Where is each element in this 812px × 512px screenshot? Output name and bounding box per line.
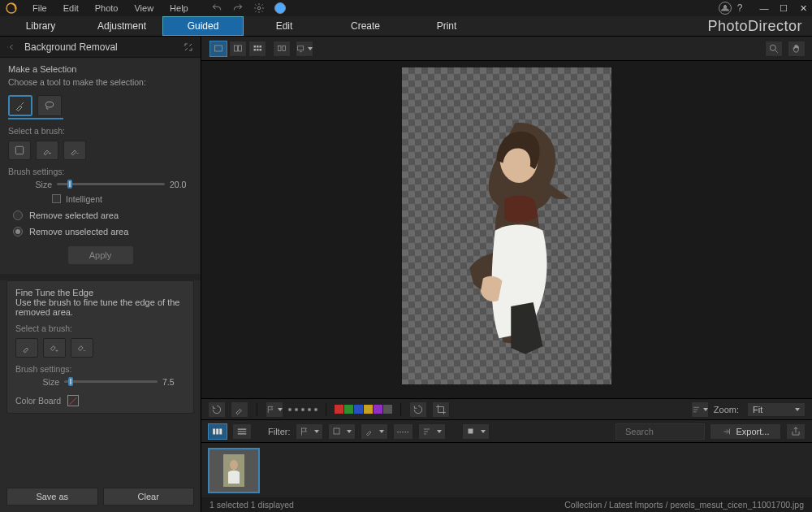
sort-icon[interactable] [691,401,709,418]
lasso-tool[interactable] [37,95,62,116]
thumbnail-item[interactable] [208,448,260,493]
menu-help[interactable]: Help [162,1,197,15]
canvas[interactable] [201,61,812,398]
menu-photo[interactable]: Photo [87,1,127,15]
filter-edit-icon[interactable] [361,423,388,440]
adjustment-toolbar: Zoom: Fit [201,398,812,419]
remove-selected-radio[interactable]: Remove selected area [8,210,192,220]
tab-edit[interactable]: Edit [244,16,325,36]
svg-rect-10 [239,46,242,51]
share-icon[interactable] [786,423,806,440]
status-count: 1 selected 1 displayed [209,500,294,510]
pan-hand-icon[interactable] [788,41,806,57]
menu-bar: File Edit Photo View Help ? — ☐ ✕ [0,0,812,16]
panel-expand-icon[interactable] [181,41,196,53]
svg-rect-18 [283,46,286,50]
save-as-button[interactable]: Save as [6,488,98,505]
apply-button[interactable]: Apply [68,246,133,264]
brand-label: PhotoDirector [487,16,812,36]
size-slider[interactable]: Size 20.0 [8,180,192,189]
close-icon[interactable]: ✕ [797,3,809,14]
panel-back-icon[interactable] [5,42,21,52]
navigator-zoom-icon[interactable] [765,41,783,57]
single-view-icon[interactable] [209,41,227,57]
user-icon[interactable] [718,1,732,15]
select-brush-label: Select a brush: [8,126,192,136]
subtract-brush[interactable]: − [63,141,86,160]
intelligent-label: Intelligent [66,194,102,204]
svg-point-2 [45,102,53,107]
thumb-view-icon[interactable] [208,423,227,440]
status-path: Collection / Latest Imports / pexels_mes… [564,500,804,510]
fine-brush-sub[interactable]: − [71,338,93,358]
fine-size-label: Size [15,377,59,387]
intelligent-checkbox[interactable]: Intelligent [8,194,192,204]
crop-icon[interactable] [432,401,450,418]
fine-brush-add[interactable]: + [43,338,66,358]
tab-guided[interactable]: Guided [162,16,244,36]
color-board-row[interactable]: Color Board [15,395,185,406]
filter-sort-icon[interactable] [418,423,446,440]
panel-title: Background Removal [21,41,181,53]
zoom-select[interactable]: Fit [747,402,806,417]
smart-brush-tool[interactable] [8,95,32,116]
fine-select-brush-label: Select a brush: [15,323,185,333]
remove-unselected-radio[interactable]: Remove unselected area [8,227,192,236]
module-tabs: Library Adjustment Guided Edit Create Pr… [0,16,812,37]
zoom-value: Fit [753,405,762,414]
color-board-swatch[interactable] [67,395,79,406]
svg-text:+: + [55,347,58,352]
fine-brush-erase[interactable] [15,338,38,358]
filter-rating-icon[interactable]: ····· [393,423,413,440]
svg-point-1 [257,7,261,10]
search-box[interactable]: ✕ [615,423,705,440]
minimize-icon[interactable]: — [758,3,770,14]
split-view-icon[interactable] [229,41,247,57]
redo-icon[interactable] [231,1,245,15]
filter-flag-icon[interactable] [296,423,323,440]
flag-icon[interactable] [266,401,283,418]
clear-button[interactable]: Clear [103,488,195,505]
menu-view[interactable]: View [126,1,162,15]
color-labels[interactable] [335,405,392,414]
menu-items: File Edit Photo View Help [24,1,197,15]
help-icon[interactable]: ? [732,1,747,15]
rotate-handle-icon[interactable] [208,401,226,418]
svg-rect-16 [260,49,262,51]
make-selection-header: Make a Selection [8,64,192,74]
menu-file[interactable]: File [24,1,55,15]
tab-adjustment[interactable]: Adjustment [81,16,162,36]
settings-icon[interactable] [252,1,266,15]
tab-create[interactable]: Create [325,16,406,36]
tab-library[interactable]: Library [0,16,81,36]
size-value: 20.0 [170,180,192,189]
svg-rect-14 [254,49,257,51]
export-icon [722,427,732,436]
svg-rect-9 [235,46,238,51]
svg-rect-8 [215,46,222,51]
fine-size-slider[interactable]: Size 7.5 [15,377,185,387]
fine-size-value: 7.5 [162,377,185,387]
quick-icons [209,1,287,15]
maximize-icon[interactable]: ☐ [778,3,789,14]
auto-select-brush[interactable] [8,141,31,160]
undo-icon[interactable] [209,1,224,15]
rotate-ccw-icon[interactable] [409,401,427,418]
notification-icon[interactable] [273,1,287,15]
svg-rect-22 [213,428,215,434]
list-view-icon[interactable] [232,423,252,440]
stack-icon[interactable] [462,423,490,440]
secondary-display-icon[interactable] [296,41,313,57]
size-label: Size [8,180,52,189]
tab-print[interactable]: Print [406,16,487,36]
mirror-view-icon[interactable] [273,41,291,57]
view-bar [201,37,812,61]
svg-point-29 [230,460,238,470]
grid-view-icon[interactable] [248,41,266,57]
brush-tool-icon[interactable] [231,401,248,418]
export-button[interactable]: Export... [710,423,781,440]
svg-rect-19 [297,46,303,50]
filter-label-icon[interactable] [328,423,356,440]
add-brush[interactable]: + [36,141,58,160]
menu-edit[interactable]: Edit [55,1,87,15]
